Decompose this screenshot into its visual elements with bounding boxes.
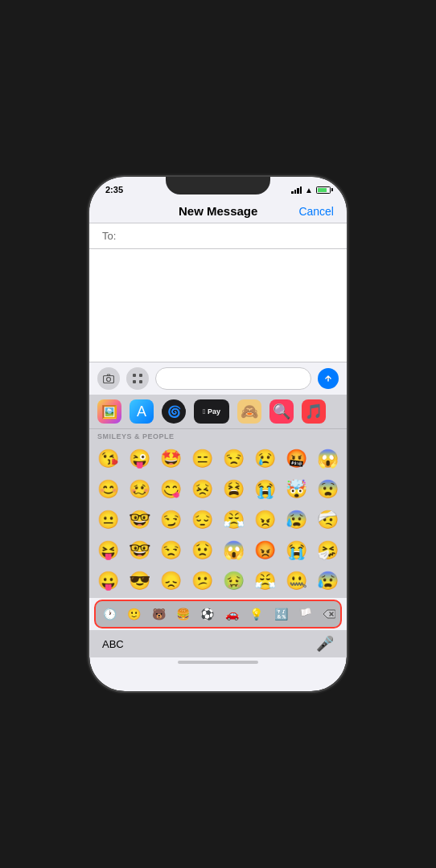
list-item[interactable]: 😎	[124, 566, 155, 596]
list-item[interactable]: 😫	[218, 474, 249, 505]
keyboard-bottom: ABC 🎤	[89, 630, 347, 657]
list-item[interactable]: 😋	[155, 474, 187, 505]
emoji-grid: 😘 😜 🤩 😑 😒 😢 🤬 😱 😊 🥴 😋 😣 😫 😭 🤯 😨 😐 🤓 😏 😔 …	[89, 442, 347, 598]
list-item[interactable]: 😊	[93, 474, 124, 505]
list-item[interactable]: 😡	[249, 535, 281, 566]
memoji-button[interactable]: 🌀	[162, 399, 186, 424]
nav-bar: New Message Cancel	[89, 199, 347, 223]
category-animals[interactable]: 🐻	[146, 604, 171, 624]
monkey-button[interactable]: 🙈	[237, 399, 261, 424]
list-item[interactable]: 😑	[187, 444, 218, 474]
abc-button[interactable]: ABC	[102, 638, 124, 650]
list-item[interactable]: 😜	[124, 444, 155, 474]
appstore-button[interactable]: A	[130, 399, 154, 424]
svg-rect-4	[133, 380, 136, 383]
list-item[interactable]: 😢	[249, 444, 281, 474]
category-flags[interactable]: 🏳️	[294, 604, 318, 624]
list-item[interactable]: 🤩	[155, 444, 187, 474]
apps-button[interactable]	[126, 367, 149, 390]
to-field[interactable]: To:	[89, 223, 347, 249]
message-input-wrap[interactable]	[155, 367, 311, 390]
music-button[interactable]: 🎵	[302, 399, 326, 424]
list-item[interactable]: 😟	[187, 535, 218, 566]
message-toolbar	[89, 362, 347, 395]
status-time: 2:35	[105, 185, 123, 194]
list-item[interactable]: 😱	[218, 535, 249, 566]
category-travel[interactable]: 🚗	[220, 604, 244, 624]
category-food[interactable]: 🍔	[171, 604, 195, 624]
delete-emoji-button[interactable]	[319, 604, 339, 624]
list-item[interactable]: 😒	[218, 444, 249, 474]
svg-point-1	[107, 378, 111, 382]
list-item[interactable]: 🤓	[124, 535, 155, 566]
nav-title: New Message	[179, 204, 257, 218]
list-item[interactable]: 😱	[312, 444, 343, 474]
app-drawer: 🖼️ A 🌀  Pay 🙈 🔍 🎵	[89, 395, 347, 429]
svg-rect-0	[104, 376, 114, 383]
message-body[interactable]	[89, 249, 347, 362]
list-item[interactable]: 😰	[281, 505, 312, 535]
list-item[interactable]: 🤓	[124, 505, 155, 535]
list-item[interactable]: 😝	[93, 535, 124, 566]
list-item[interactable]: 🤬	[281, 444, 312, 474]
to-label: To:	[102, 230, 116, 242]
wifi-icon: ▲	[305, 186, 313, 194]
phone-frame: 2:35 ▲ New Message Cancel To:	[89, 177, 347, 691]
category-symbols[interactable]: 🔣	[269, 604, 293, 624]
category-recent[interactable]: 🕐	[97, 604, 121, 624]
list-item[interactable]: 😰	[312, 566, 343, 596]
svg-rect-2	[133, 374, 136, 377]
send-button[interactable]	[318, 368, 339, 389]
microphone-icon[interactable]: 🎤	[316, 635, 334, 653]
list-item[interactable]: 😞	[155, 566, 187, 596]
status-icons: ▲	[291, 186, 331, 194]
list-item[interactable]: 🤧	[312, 535, 343, 566]
notch	[166, 177, 270, 194]
list-item[interactable]: 😏	[155, 505, 187, 535]
list-item[interactable]: 😭	[281, 535, 312, 566]
list-item[interactable]: 😠	[249, 505, 281, 535]
list-item[interactable]: 😒	[155, 535, 187, 566]
list-item[interactable]: 😛	[93, 566, 124, 596]
category-objects[interactable]: 💡	[245, 604, 269, 624]
list-item[interactable]: 🤢	[218, 566, 249, 596]
cancel-button[interactable]: Cancel	[298, 205, 334, 218]
home-indicator	[178, 661, 258, 664]
list-item[interactable]: 🤕	[312, 505, 343, 535]
list-item[interactable]: 🤯	[281, 474, 312, 505]
list-item[interactable]: 😤	[218, 505, 249, 535]
category-smileys[interactable]: 🙂	[121, 604, 146, 624]
list-item[interactable]: 🥴	[124, 474, 155, 505]
emoji-section-label: SMILEYS & PEOPLE	[89, 429, 347, 442]
list-item[interactable]: 😤	[249, 566, 281, 596]
category-sports[interactable]: ⚽	[195, 604, 220, 624]
battery-icon	[316, 186, 331, 194]
list-item[interactable]: 😭	[249, 474, 281, 505]
list-item[interactable]: 😨	[312, 474, 343, 505]
list-item[interactable]: 😣	[187, 474, 218, 505]
phone-screen: 2:35 ▲ New Message Cancel To:	[89, 177, 347, 691]
camera-button[interactable]	[97, 367, 120, 390]
list-item[interactable]: 🤐	[281, 566, 312, 596]
svg-rect-3	[139, 374, 142, 377]
list-item[interactable]: 😔	[187, 505, 218, 535]
list-item[interactable]: 😐	[93, 505, 124, 535]
emoji-category-bar: 🕐 🙂 🐻 🍔 ⚽ 🚗 💡 🔣 🏳️	[94, 600, 342, 628]
globe-button[interactable]: 🔍	[269, 399, 294, 424]
to-input[interactable]	[119, 230, 334, 242]
photos-app-button[interactable]: 🖼️	[97, 399, 121, 424]
signal-icon	[291, 186, 302, 194]
applepay-button[interactable]:  Pay	[194, 399, 229, 424]
list-item[interactable]: 😕	[187, 566, 218, 596]
list-item[interactable]: 😘	[93, 444, 124, 474]
svg-rect-5	[139, 380, 142, 383]
